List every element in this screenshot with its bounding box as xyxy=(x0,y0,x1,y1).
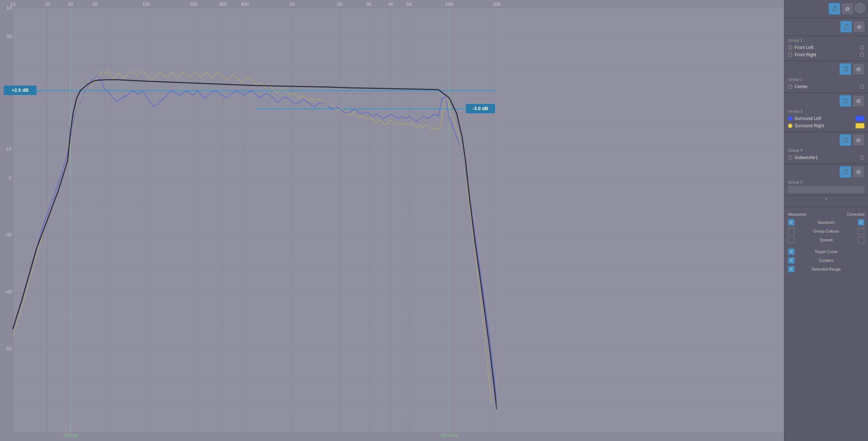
group2-icon-1[interactable]: 🎵 xyxy=(840,63,851,75)
right-panel: 🎵 ⊙ 🎵 ⊙ Group 1 Front Left Front Right 🎵… xyxy=(784,0,868,441)
svg-text:1K: 1K xyxy=(289,1,295,7)
svg-text:3K: 3K xyxy=(366,1,372,7)
spectrum-checkbox-right[interactable]: ✓ xyxy=(858,219,864,226)
svg-text:-40: -40 xyxy=(5,289,12,294)
center-right-dot xyxy=(860,84,864,89)
spectrum-checkbox-left[interactable]: ✓ xyxy=(788,219,795,226)
circle-btn-top[interactable] xyxy=(855,3,865,13)
detected-range-checkbox[interactable]: ✓ xyxy=(788,266,795,272)
group3-title: Group 3 xyxy=(788,109,864,113)
curtains-row: ✓ Curtains xyxy=(788,256,864,265)
svg-text:32.6 Hz: 32.6 Hz xyxy=(63,433,78,438)
spectrum-row: ✓ Spectrum ✓ xyxy=(788,218,864,227)
front-left-dot xyxy=(788,45,792,50)
spread-checkbox-right[interactable] xyxy=(858,237,864,243)
measured-header: Measured xyxy=(788,212,806,216)
svg-text:-3.0 dB: -3.0 dB xyxy=(472,106,488,111)
channel-row-surround-right: Surround Right xyxy=(788,122,864,129)
channel-row-surround-left: Surround Left xyxy=(788,115,864,122)
detected-range-row: ✓ Detected Range xyxy=(788,265,864,274)
group1-section: Group 1 Front Left Front Right xyxy=(784,36,868,61)
scroll-down-button[interactable]: ˅ xyxy=(784,196,868,207)
group1-title: Group 1 xyxy=(788,38,864,42)
icon-btn-2[interactable]: ⊙ xyxy=(842,3,853,15)
detected-range-label: Detected Range xyxy=(795,267,858,271)
svg-rect-1 xyxy=(13,8,784,432)
group3-icon-1[interactable]: 🎵 xyxy=(840,95,851,107)
center-label: Center xyxy=(795,84,808,89)
front-left-right-dot xyxy=(860,45,864,50)
channel-row-front-right: Front Right xyxy=(788,51,864,59)
group4-title: Group 4 xyxy=(788,148,864,152)
top-icon-row: 🎵 ⊙ xyxy=(784,0,868,18)
svg-text:400: 400 xyxy=(241,1,249,7)
target-curve-checkbox[interactable]: ✓ xyxy=(788,248,795,255)
group2-icon-2[interactable]: ⊙ xyxy=(853,63,864,75)
svg-text:200: 200 xyxy=(190,1,198,7)
group5-icon-1[interactable]: 🎵 xyxy=(840,166,851,178)
group5-icon-2[interactable]: ⊙ xyxy=(853,166,864,178)
svg-text:20: 20 xyxy=(45,1,50,7)
svg-text:10: 10 xyxy=(10,1,15,7)
curtains-label: Curtains xyxy=(795,258,858,263)
svg-text:20: 20 xyxy=(7,34,12,39)
svg-text:50: 50 xyxy=(92,1,98,7)
svg-text:4K: 4K xyxy=(388,1,394,7)
group3-icon-2[interactable]: ⊙ xyxy=(853,95,864,107)
svg-text:20K: 20K xyxy=(492,1,501,7)
svg-text:5K: 5K xyxy=(406,1,412,7)
svg-text:13.0 kHz: 13.0 kHz xyxy=(441,433,458,438)
surround-right-swatch xyxy=(856,123,864,128)
svg-text:-10: -10 xyxy=(5,146,12,152)
chart-area: 10 20 10 -10 -2 -30 -40 -50 10 20 30 50 … xyxy=(0,0,784,441)
icon-btn-1[interactable]: 🎵 xyxy=(829,3,840,15)
front-right-dot xyxy=(788,53,792,57)
front-right-right-dot xyxy=(860,53,864,57)
svg-text:-50: -50 xyxy=(5,346,12,351)
icon-btn-3[interactable]: 🎵 xyxy=(840,21,852,33)
icon-btn-4[interactable]: ⊙ xyxy=(853,21,865,33)
surround-left-label: Surround Left xyxy=(795,116,821,121)
svg-text:10K: 10K xyxy=(445,1,453,7)
svg-text:-2: -2 xyxy=(7,175,12,180)
group-colours-checkbox-left[interactable] xyxy=(788,228,795,234)
svg-text:-30: -30 xyxy=(5,232,12,237)
group-colours-row: Group Colours xyxy=(788,227,864,235)
group4-icon-1[interactable]: 🎵 xyxy=(840,134,851,146)
front-right-label: Front Right xyxy=(795,52,816,57)
group-colours-checkbox-right[interactable] xyxy=(858,228,864,234)
group3-section: Group 3 Surround Left Surround Right xyxy=(784,107,868,132)
front-left-label: Front Left xyxy=(795,45,813,50)
svg-text:+2.5 dB: +2.5 dB xyxy=(12,87,29,93)
spectrum-label: Spectrum xyxy=(795,220,858,225)
target-curve-label: Target Curve xyxy=(795,249,858,254)
option-headers: Measured Corrected xyxy=(788,211,864,218)
group2-section: Group 2 Center xyxy=(784,75,868,93)
group4-section: Group 4 Subwoofer1 xyxy=(784,146,868,164)
spread-label: Spread xyxy=(795,238,858,242)
curtains-checkbox[interactable]: ✓ xyxy=(788,257,795,264)
sub1-right-dot xyxy=(860,155,864,160)
group5-title: Group 5 xyxy=(788,180,864,184)
second-icon-row: 🎵 ⊙ xyxy=(784,18,868,36)
surround-right-label: Surround Right xyxy=(795,123,824,128)
channel-row-subwoofer1: Subwoofer1 xyxy=(788,154,864,161)
svg-text:2K: 2K xyxy=(337,1,343,7)
group-colours-label: Group Colours xyxy=(795,229,858,233)
svg-text:100: 100 xyxy=(142,1,150,7)
surround-left-dot xyxy=(788,116,792,121)
group2-title: Group 2 xyxy=(788,77,864,82)
channel-row-center: Center xyxy=(788,83,864,90)
sub1-label: Subwoofer1 xyxy=(795,155,818,160)
spread-checkbox-left[interactable] xyxy=(788,237,795,243)
surround-right-dot xyxy=(788,124,792,128)
sub1-dot xyxy=(788,155,792,160)
group5-section: Group 5 xyxy=(784,178,868,196)
display-options: Measured Corrected ✓ Spectrum ✓ Group Co… xyxy=(784,207,868,277)
surround-left-swatch xyxy=(856,116,864,121)
svg-text:300: 300 xyxy=(219,1,227,7)
group4-icon-2[interactable]: ⊙ xyxy=(853,134,864,146)
center-dot xyxy=(788,84,792,89)
target-curve-row: ✓ Target Curve xyxy=(788,247,864,256)
svg-text:30: 30 xyxy=(68,1,73,7)
